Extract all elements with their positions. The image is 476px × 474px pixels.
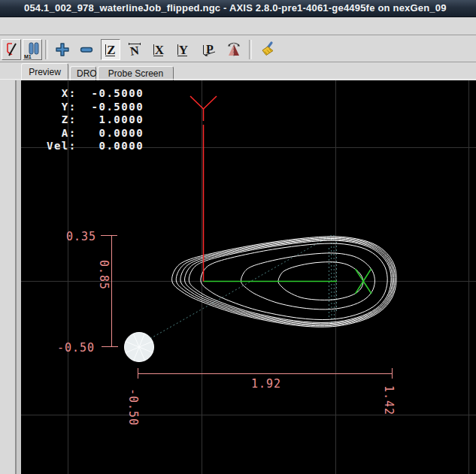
m1-label: M1: [24, 54, 32, 59]
window-title: 054.1_002_978_waterlineJob_flipped.ngc -…: [24, 2, 447, 14]
dro-row: Z: 1.0000: [47, 113, 144, 125]
clear-plot-icon: [259, 41, 278, 59]
toolbar-separator: [249, 40, 252, 59]
clear-plot-button[interactable]: [257, 39, 280, 60]
dimension-label: 0.35: [66, 230, 96, 243]
preview-canvas[interactable]: 0.350.85-0.501.92-0.501.42 X: -0.5000 Y:…: [21, 80, 476, 474]
toolbar-separator: [45, 40, 48, 59]
panel-top-edge: [0, 79, 476, 80]
dro-row: Vel: 0.0000: [47, 140, 144, 152]
view-z-button[interactable]: Z: [101, 39, 120, 60]
origin-axes: [190, 96, 371, 294]
toolbar: M1 Z N X Y: [0, 36, 476, 62]
view-z2-button[interactable]: N: [125, 39, 144, 60]
zoom-out-icon: [77, 41, 96, 59]
dro-readout: X: -0.5000 Y: -0.5000 Z: 1.0000 A: 0.000…: [47, 87, 144, 152]
rotate-view-button[interactable]: [223, 39, 245, 60]
view-perspective-button[interactable]: P: [197, 39, 220, 60]
svg-text:N: N: [129, 44, 140, 58]
optional-pause-toggle-button[interactable]: M1: [23, 39, 42, 60]
preview-plot[interactable]: 0.350.85-0.501.92-0.501.42 X: -0.5000 Y:…: [21, 80, 476, 474]
dimension-label: -0.50: [57, 341, 95, 355]
dro-row: Y: -0.5000: [47, 101, 144, 113]
svg-text:Z: Z: [107, 43, 115, 57]
skip-lines-icon: [2, 41, 20, 59]
svg-text:Y: Y: [179, 43, 188, 57]
titlebar[interactable]: 054.1_002_978_waterlineJob_flipped.ngc -…: [0, 0, 476, 17]
menu-strip: [0, 17, 476, 35]
view-x-icon: X: [150, 41, 168, 59]
skip-lines-toggle-button[interactable]: [2, 39, 21, 60]
zoom-in-button[interactable]: [53, 39, 72, 60]
tab-bar: Preview DRO Probe Screen: [0, 63, 476, 80]
view-x-button[interactable]: X: [149, 39, 168, 60]
view-z2-icon: N: [126, 41, 144, 59]
tab-preview[interactable]: Preview: [21, 63, 68, 80]
rapid-moves: [141, 234, 337, 344]
dimension-label: 1.92: [251, 377, 281, 391]
rotate-view-icon: [224, 41, 244, 59]
dro-row: X: -0.5000: [47, 87, 144, 99]
view-z-icon: Z: [102, 41, 120, 59]
y-axis-label-glyph: [204, 96, 217, 109]
dimension-label: -0.50: [126, 388, 140, 426]
view-y-icon: Y: [174, 41, 192, 59]
zoom-out-button[interactable]: [77, 39, 96, 60]
tool-marker: [125, 333, 154, 362]
dimension-label: 0.85: [97, 260, 111, 290]
dimension-label: 1.42: [382, 385, 396, 415]
zoom-in-icon: [53, 41, 71, 59]
view-perspective-icon: P: [199, 41, 218, 59]
y-axis-label-glyph: [190, 96, 204, 109]
svg-text:X: X: [155, 43, 165, 57]
dro-row: A: 0.0000: [47, 127, 144, 139]
view-y-button[interactable]: Y: [173, 39, 193, 60]
